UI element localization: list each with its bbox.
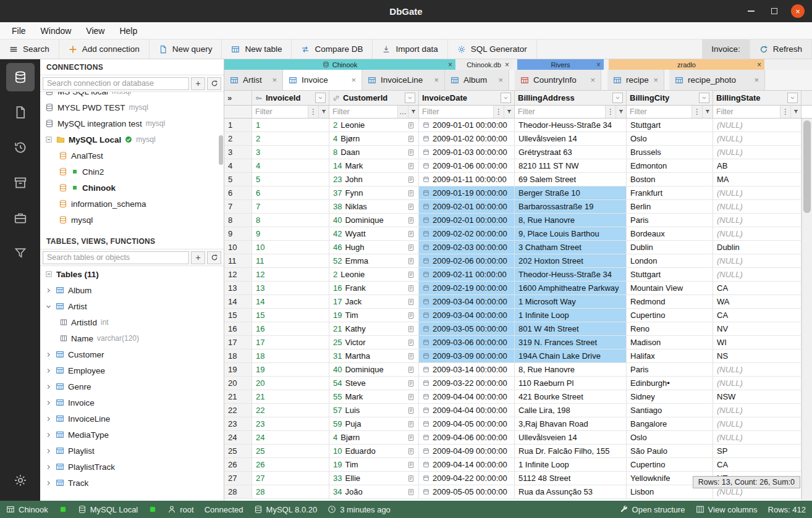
row-number[interactable]: 17 (224, 336, 252, 349)
cell-InvoiceId[interactable]: 5 (252, 173, 329, 186)
cell-CustomerId[interactable]: 37Fynn (329, 186, 419, 199)
cell-InvoiceId[interactable]: 22 (252, 404, 329, 417)
cell-BillingAddress[interactable]: 801 W 4th Street (515, 322, 627, 335)
tab-InvoiceLine[interactable]: InvoiceLine× (362, 70, 445, 90)
row-number[interactable]: 16 (224, 322, 252, 335)
cell-BillingAddress[interactable]: 194A Chain Lake Drive (515, 349, 627, 362)
cell-BillingState[interactable]: CA (713, 282, 801, 295)
statusbar-open-structure[interactable]: Open structure (620, 505, 685, 514)
cell-BillingCity[interactable]: Berlin (627, 200, 713, 213)
cell-BillingState[interactable]: (NULL) (713, 119, 801, 132)
cell-BillingCity[interactable]: Redmond (627, 295, 713, 308)
tab-CountryInfo[interactable]: CountryInfo× (515, 70, 601, 90)
toolbar-tab-context-button[interactable]: Invoice: (702, 40, 750, 59)
cell-CustomerId[interactable]: 19Tim (329, 309, 419, 322)
statusbar-status-led-2[interactable] (148, 505, 157, 514)
statusbar-connection-status[interactable]: Connected (205, 505, 243, 514)
cell-InvoiceDate[interactable]: 2009-02-06 00:00:00 (419, 254, 515, 267)
cell-BillingState[interactable]: WI (713, 336, 801, 349)
cell-InvoiceDate[interactable]: 2009-02-03 00:00:00 (419, 241, 515, 254)
cell-InvoiceDate[interactable]: 2009-03-06 00:00:00 (419, 336, 515, 349)
cell-InvoiceDate[interactable]: 2009-01-01 00:00:00 (419, 119, 515, 132)
row-number[interactable]: 12 (224, 268, 252, 281)
refresh-tables-button[interactable] (207, 251, 221, 264)
cell-InvoiceDate[interactable]: 2009-05-05 00:00:00 (419, 485, 515, 498)
filter-menu-icon[interactable]: ⋮ (308, 106, 318, 118)
column-header-BillingState[interactable]: BillingState (713, 91, 801, 105)
sidebar-connections-button[interactable] (6, 63, 35, 91)
cell-BillingState[interactable]: (NULL) (713, 227, 801, 240)
filter-input-CustomerId[interactable] (329, 106, 397, 118)
filter-input-BillingCity[interactable] (627, 106, 691, 118)
cell-BillingState[interactable]: (NULL) (713, 146, 801, 159)
cell-BillingCity[interactable]: Boston (627, 173, 713, 186)
open-reference-icon[interactable] (407, 257, 415, 265)
cell-BillingState[interactable]: (NULL) (713, 417, 801, 430)
table-item-Genre[interactable]: Genre (40, 378, 224, 395)
row-number[interactable]: 25 (224, 445, 252, 457)
cell-InvoiceId[interactable]: 12 (252, 268, 329, 281)
cell-InvoiceDate[interactable]: 2009-02-11 00:00:00 (419, 268, 515, 281)
row-number[interactable]: 2 (224, 132, 252, 145)
toolbar-new-table-button[interactable]: New table (222, 40, 292, 59)
cell-BillingCity[interactable]: London (627, 254, 713, 267)
cell-CustomerId[interactable]: 33Ellie (329, 472, 419, 485)
column-menu-icon[interactable] (699, 93, 709, 103)
row-number[interactable]: 10 (224, 241, 252, 254)
filter-funnel-icon[interactable] (615, 106, 626, 118)
row-number[interactable]: 27 (224, 472, 252, 485)
toolbar-refresh-button[interactable]: Refresh (750, 40, 812, 59)
close-tab-icon[interactable]: × (590, 75, 595, 85)
cell-CustomerId[interactable]: 38Niklas (329, 200, 419, 213)
cell-InvoiceId[interactable]: 10 (252, 241, 329, 254)
open-reference-icon[interactable] (407, 407, 415, 414)
open-reference-icon[interactable] (407, 325, 415, 333)
cell-CustomerId[interactable]: 14Mark (329, 159, 419, 172)
sidebar-plugins-button[interactable] (6, 204, 35, 232)
cell-CustomerId[interactable]: 52Emma (329, 254, 419, 267)
menu-help[interactable]: Help (112, 24, 144, 38)
open-reference-icon[interactable] (407, 217, 415, 224)
connection-item[interactable]: MYSL PWD TESTmysql (40, 99, 224, 115)
minimize-button[interactable] (744, 4, 758, 18)
cell-BillingAddress[interactable]: 202 Hoxton Street (515, 254, 627, 267)
filter-input-BillingAddress[interactable] (515, 106, 605, 118)
cell-BillingCity[interactable]: São Paulo (627, 445, 713, 457)
refresh-connections-button[interactable] (207, 77, 221, 90)
cell-InvoiceDate[interactable]: 2009-01-19 00:00:00 (419, 186, 515, 199)
cell-InvoiceDate[interactable]: 2009-04-04 00:00:00 (419, 390, 515, 403)
filter-funnel-icon[interactable] (790, 106, 801, 118)
cell-BillingAddress[interactable]: 319 N. Frances Street (515, 336, 627, 349)
column-item-ArtistId[interactable]: ArtistIdint (40, 314, 224, 330)
row-number[interactable]: 3 (224, 146, 252, 159)
cell-InvoiceId[interactable]: 25 (252, 445, 329, 457)
toolbar-new-query-button[interactable]: New query (150, 40, 222, 59)
cell-BillingCity[interactable]: Bordeaux (627, 227, 713, 240)
open-reference-icon[interactable] (407, 122, 415, 129)
connection-item[interactable]: MySQL Localmysql (40, 132, 224, 148)
cell-BillingState[interactable]: (NULL) (713, 132, 801, 145)
open-reference-icon[interactable] (407, 420, 415, 428)
cell-CustomerId[interactable]: 8Daan (329, 146, 419, 159)
cell-CustomerId[interactable]: 31Martha (329, 349, 419, 362)
cell-BillingAddress[interactable]: 421 Bourke Street (515, 390, 627, 403)
statusbar-view-columns[interactable]: View columns (696, 505, 758, 514)
column-header-InvoiceDate[interactable]: InvoiceDate (419, 91, 515, 105)
table-item-Employee[interactable]: Employee (40, 362, 224, 378)
tab-recipe_photo[interactable]: recipe_photo× (669, 70, 765, 90)
cell-BillingCity[interactable]: Cupertino (627, 309, 713, 322)
cell-BillingState[interactable]: (NULL) (713, 268, 801, 281)
close-group-icon[interactable]: × (596, 61, 601, 69)
cell-CustomerId[interactable]: 21Kathy (329, 322, 419, 335)
filter-funnel-icon[interactable] (504, 106, 514, 118)
tables-group-header[interactable]: Tables (11) (40, 266, 224, 282)
cell-InvoiceId[interactable]: 2 (252, 132, 329, 145)
cell-InvoiceId[interactable]: 23 (252, 417, 329, 430)
filter-funnel-icon[interactable] (408, 106, 418, 118)
column-menu-icon[interactable] (501, 93, 511, 103)
cell-InvoiceId[interactable]: 3 (252, 146, 329, 159)
cell-BillingState[interactable]: NSW (713, 390, 801, 403)
cell-BillingCity[interactable]: Bangalore (627, 417, 713, 430)
tab-Artist[interactable]: Artist× (224, 70, 283, 90)
sidebar-filters-button[interactable] (6, 239, 35, 267)
